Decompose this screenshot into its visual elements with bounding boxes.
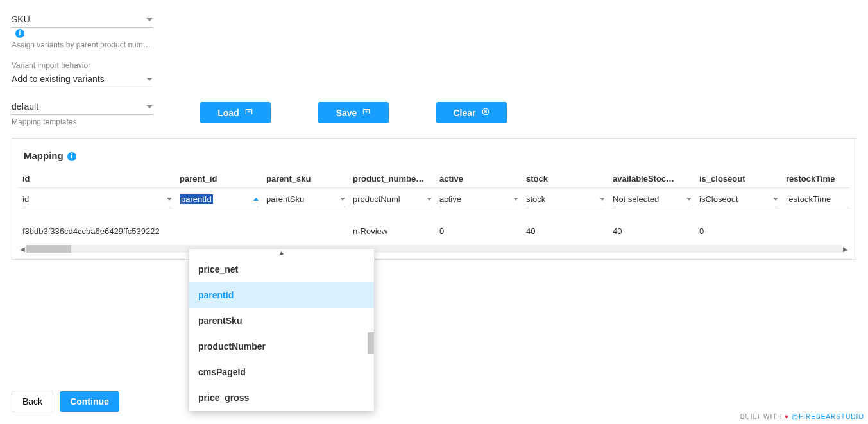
grid-data-row: f3bdb3f336cd4ccba6e6429ffc539222 n-Revie…	[19, 211, 849, 240]
dropdown-item[interactable]: cmsPageId	[189, 359, 374, 385]
cell-value: 40	[609, 215, 695, 236]
chevron-down-icon	[167, 198, 172, 201]
chevron-down-icon	[600, 198, 605, 201]
scroll-thumb[interactable]	[26, 245, 71, 253]
variant-behavior-value: Add to existing variants	[12, 74, 105, 84]
mapping-template-value: default	[12, 101, 38, 112]
grid-header: id parent_id parent_sku product_numbe… a…	[19, 170, 849, 188]
sku-select[interactable]: SKU	[12, 12, 153, 28]
info-icon[interactable]: i	[67, 152, 76, 161]
variant-behavior-label: Variant import behavior	[12, 61, 856, 70]
col-header: availableStoc…	[609, 174, 695, 183]
heart-icon: ♥	[785, 413, 789, 420]
chevron-down-icon	[146, 18, 153, 21]
dropdown-item-selected[interactable]: parentId	[189, 282, 374, 308]
col-header: parent_id	[176, 174, 262, 183]
mapping-title: Mapping	[24, 150, 64, 161]
column-mapper-parent-id[interactable]: parentId	[180, 192, 259, 207]
cell-value: 0	[436, 215, 522, 236]
chevron-down-icon	[146, 105, 153, 108]
sku-helper: Assign variants by parent product number…	[12, 40, 153, 49]
chevron-down-icon	[340, 198, 345, 201]
column-mapper[interactable]: id	[22, 192, 172, 207]
dropdown-scrollbar-thumb[interactable]	[368, 332, 374, 354]
load-button[interactable]: Load	[200, 102, 271, 123]
col-header: is_closeout	[695, 174, 782, 183]
dropdown-item[interactable]: price_gross	[189, 385, 374, 411]
dropdown-item[interactable]: parentSku	[189, 308, 374, 334]
cell-value: 0	[695, 215, 782, 236]
col-header: active	[436, 174, 522, 183]
mapping-panel: Mappingi id parent_id parent_sku product…	[12, 138, 856, 260]
credit-link[interactable]: @FIREBEARSTUDIO	[792, 413, 864, 420]
variant-behavior-select[interactable]: Add to existing variants	[12, 71, 153, 87]
scroll-left-icon[interactable]: ◀	[19, 245, 26, 253]
load-icon	[244, 107, 253, 118]
column-mapper[interactable]: parentSku	[266, 192, 345, 207]
column-mapper[interactable]: active	[439, 192, 518, 207]
column-mapper[interactable]: Not selected	[613, 192, 692, 207]
cell-value	[782, 215, 849, 236]
chevron-down-icon	[773, 198, 778, 201]
chevron-down-icon	[146, 78, 153, 81]
continue-button[interactable]: Continue	[60, 391, 119, 412]
column-mapper[interactable]: isCloseout	[699, 192, 778, 207]
clear-icon	[481, 107, 490, 118]
col-header: stock	[522, 174, 609, 183]
cell-value: 40	[522, 215, 609, 236]
mapping-template-select[interactable]: default	[12, 99, 153, 115]
cell-value: n-Review	[349, 215, 436, 236]
col-header: parent_sku	[262, 174, 349, 183]
chevron-down-icon	[427, 198, 432, 201]
col-header: id	[19, 174, 176, 183]
sku-value: SKU	[12, 14, 30, 24]
credit-text: BUILT WITH ♥ @FIREBEARSTUDIO	[740, 413, 864, 420]
chevron-down-icon	[513, 198, 518, 201]
grid-selector-row: id parentId parentSku productNuml active…	[19, 188, 849, 211]
scroll-right-icon[interactable]: ▶	[842, 245, 849, 253]
chevron-down-icon	[686, 198, 692, 201]
col-header: restockTime	[782, 174, 849, 183]
chevron-up-icon	[253, 198, 259, 201]
info-icon[interactable]: i	[15, 29, 24, 38]
cell-value	[176, 215, 262, 236]
horizontal-scrollbar[interactable]: ◀ ▶	[19, 245, 849, 253]
column-mapper[interactable]: productNuml	[353, 192, 432, 207]
clear-button[interactable]: Clear	[436, 102, 507, 123]
scroll-track[interactable]	[26, 245, 842, 253]
scroll-up-icon[interactable]: ▲	[189, 249, 374, 257]
dropdown-item[interactable]: price_net	[189, 257, 374, 282]
mapping-grid: id parent_id parent_sku product_numbe… a…	[19, 170, 849, 240]
cell-value: f3bdb3f336cd4ccba6e6429ffc539222	[19, 215, 176, 236]
column-mapper[interactable]: restockTime	[786, 192, 849, 207]
column-mapper[interactable]: stock	[526, 192, 605, 207]
column-mapper-dropdown: ▲ price_net parentId parentSku productNu…	[189, 249, 374, 411]
mapping-template-helper: Mapping templates	[12, 117, 153, 126]
back-button[interactable]: Back	[12, 391, 53, 412]
dropdown-item[interactable]: productNumber	[189, 334, 374, 359]
save-button[interactable]: Save	[318, 102, 389, 123]
save-icon	[362, 107, 371, 118]
cell-value	[262, 215, 349, 236]
col-header: product_numbe…	[349, 174, 436, 183]
